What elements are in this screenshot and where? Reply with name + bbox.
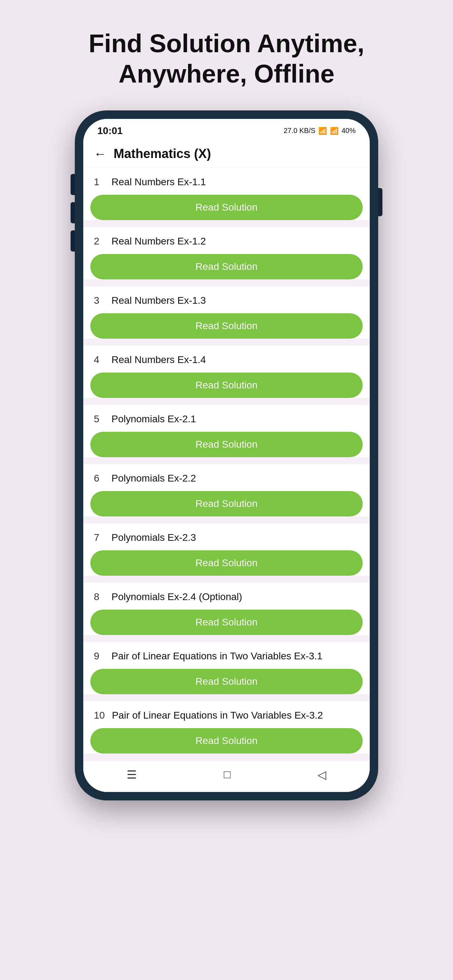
list-item: 9Pair of Linear Equations in Two Variabl…	[83, 642, 370, 694]
signal-icon: 📶	[330, 127, 339, 135]
item-label: Polynomials Ex-2.2	[111, 473, 196, 484]
item-label: Pair of Linear Equations in Two Variable…	[111, 651, 323, 662]
item-label: Real Numbers Ex-1.3	[111, 295, 206, 306]
item-label: Real Numbers Ex-1.1	[111, 177, 206, 188]
item-label: Polynomials Ex-2.4 (Optional)	[111, 591, 242, 603]
item-number: 10	[94, 710, 105, 721]
item-label: Polynomials Ex-2.1	[111, 414, 196, 425]
read-solution-button[interactable]: Read Solution	[90, 254, 363, 279]
network-speed: 27.0 KB/S	[284, 127, 315, 135]
item-number: 9	[94, 651, 105, 662]
phone-mockup: 10:01 27.0 KB/S 📶 📶 40% ← Mathematics (X…	[75, 110, 378, 800]
item-label: Polynomials Ex-2.3	[111, 532, 196, 543]
home-icon[interactable]: □	[224, 768, 230, 781]
item-number: 4	[94, 354, 105, 366]
item-number: 8	[94, 591, 105, 603]
list-item: 1Real Numbers Ex-1.1Read Solution	[83, 168, 370, 220]
item-number: 7	[94, 532, 105, 543]
status-time: 10:01	[97, 125, 123, 137]
list-item: 5Polynomials Ex-2.1Read Solution	[83, 405, 370, 457]
list-item: 2Real Numbers Ex-1.2Read Solution	[83, 227, 370, 279]
item-number: 1	[94, 177, 105, 188]
list-item: 6Polynomials Ex-2.2Read Solution	[83, 464, 370, 517]
read-solution-button[interactable]: Read Solution	[90, 195, 363, 220]
page-title: Find Solution Anytime, Anywhere, Offline	[60, 28, 392, 89]
read-solution-button[interactable]: Read Solution	[90, 491, 363, 517]
menu-icon[interactable]: ☰	[127, 768, 137, 781]
navigation-bar: ☰ □ ◁	[83, 760, 370, 792]
list-item: 7Polynomials Ex-2.3Read Solution	[83, 523, 370, 576]
item-number: 6	[94, 473, 105, 484]
item-label: Real Numbers Ex-1.4	[111, 354, 206, 366]
exercise-list: 1Real Numbers Ex-1.1Read Solution2Real N…	[83, 168, 370, 760]
read-solution-button[interactable]: Read Solution	[90, 432, 363, 457]
back-nav-icon[interactable]: ◁	[318, 768, 326, 781]
battery-icon: 40%	[342, 127, 356, 135]
list-item: 4Real Numbers Ex-1.4Read Solution	[83, 346, 370, 398]
list-item: 8Polynomials Ex-2.4 (Optional)Read Solut…	[83, 583, 370, 635]
back-button[interactable]: ←	[94, 146, 106, 161]
read-solution-button[interactable]: Read Solution	[90, 372, 363, 398]
item-number: 2	[94, 235, 105, 247]
read-solution-button[interactable]: Read Solution	[90, 550, 363, 576]
item-number: 3	[94, 295, 105, 306]
item-label: Pair of Linear Equations in Two Variable…	[112, 710, 323, 721]
status-icons: 27.0 KB/S 📶 📶 40%	[284, 127, 356, 135]
top-bar: ← Mathematics (X)	[83, 140, 370, 168]
read-solution-button[interactable]: Read Solution	[90, 669, 363, 694]
list-item: 10Pair of Linear Equations in Two Variab…	[83, 701, 370, 754]
read-solution-button[interactable]: Read Solution	[90, 728, 363, 754]
status-bar: 10:01 27.0 KB/S 📶 📶 40%	[83, 119, 370, 140]
read-solution-button[interactable]: Read Solution	[90, 609, 363, 635]
wifi-icon: 📶	[318, 127, 327, 135]
item-label: Real Numbers Ex-1.2	[111, 235, 206, 247]
read-solution-button[interactable]: Read Solution	[90, 313, 363, 339]
list-item: 3Real Numbers Ex-1.3Read Solution	[83, 286, 370, 339]
screen-title: Mathematics (X)	[114, 146, 211, 161]
item-number: 5	[94, 414, 105, 425]
